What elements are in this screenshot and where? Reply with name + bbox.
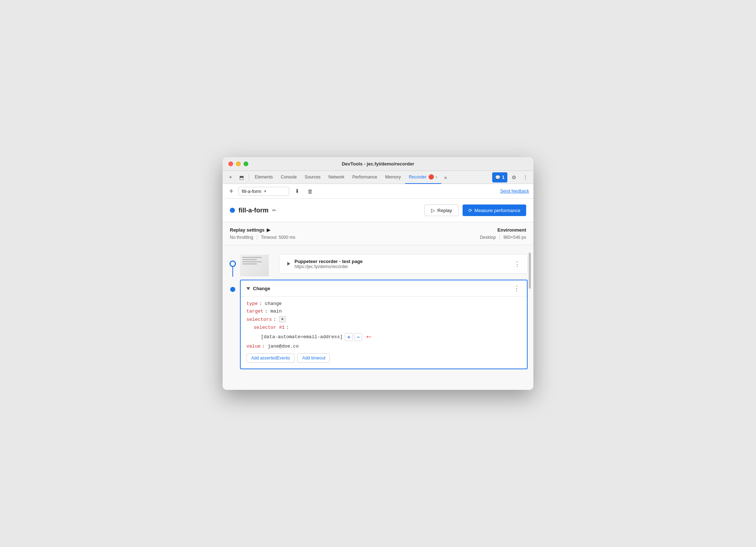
window-title: DevTools - jec.fyi/demo/recorder xyxy=(342,161,414,167)
thumb-line-4 xyxy=(242,263,257,264)
code-selector1-line: selector #1 : xyxy=(254,325,521,330)
titlebar: DevTools - jec.fyi/demo/recorder xyxy=(223,157,533,171)
selectors-key: selectors xyxy=(246,317,272,322)
devtools-tabbar: ⌖ ⬒ Elements Console Sources Network Per… xyxy=(223,171,533,184)
replay-settings-section: Replay settings ▶ No throttling Timeout:… xyxy=(223,222,533,245)
edit-recording-name-icon[interactable]: ✏ xyxy=(272,207,276,213)
remove-selector-button[interactable]: − xyxy=(354,333,362,341)
scrollbar-thumb[interactable] xyxy=(529,253,531,289)
step1-info: Puppeteer recorder - test page https://j… xyxy=(295,259,363,269)
recording-title: fill-a-form xyxy=(239,207,269,214)
step2-action-buttons: Add assertedEvents Add timeout xyxy=(246,353,521,363)
recorder-close-btn[interactable]: × xyxy=(435,175,438,179)
tab-sources[interactable]: Sources xyxy=(301,171,324,184)
settings-details: No throttling Timeout: 5000 ms xyxy=(230,235,295,240)
step2-header[interactable]: Change ⋮ xyxy=(241,280,527,296)
recording-actions: ▷ Replay ⟳ Measure performance xyxy=(424,204,526,216)
chat-bubble-btn[interactable]: 💬 1 xyxy=(492,172,507,182)
cursor-selector-icon: ⌖ xyxy=(281,317,284,322)
step1-thumbnail-inner xyxy=(240,255,269,276)
more-vert-icon-2: ⋮ xyxy=(514,284,520,292)
tabs-overflow-btn[interactable]: » xyxy=(442,175,449,180)
expand-settings-icon[interactable]: ▶ xyxy=(267,227,270,233)
step1-title: Puppeteer recorder - test page xyxy=(295,259,363,264)
settings-left: Replay settings ▶ No throttling Timeout:… xyxy=(230,227,295,240)
step1-row: Puppeteer recorder - test page https://j… xyxy=(223,251,533,277)
step2-title: Change xyxy=(253,286,270,291)
settings-title: Replay settings ▶ xyxy=(230,227,295,233)
thumbnail-content xyxy=(240,255,269,268)
recorder-steps-area: Puppeteer recorder - test page https://j… xyxy=(223,245,533,390)
step2-code-body: type : change target : main selectors : … xyxy=(241,296,527,369)
tab-performance[interactable]: Performance xyxy=(349,171,381,184)
selector1-val: [data-automate=email-address] xyxy=(261,334,343,340)
recording-status-dot xyxy=(230,208,235,213)
tab-console[interactable]: Console xyxy=(277,171,300,184)
play-icon: ▷ xyxy=(431,207,435,213)
step1-circle xyxy=(229,260,236,267)
step2-collapse-icon xyxy=(246,285,250,292)
step1-expand-button[interactable] xyxy=(285,260,292,268)
tab-recorder[interactable]: Recorder 🔴 × xyxy=(405,171,441,184)
code-type-line: type : change xyxy=(246,301,521,306)
add-asserted-events-button[interactable]: Add assertedEvents xyxy=(246,353,295,363)
settings-btn[interactable]: ⚙ xyxy=(509,172,519,182)
add-selector-button[interactable]: + xyxy=(345,333,353,341)
tab-elements[interactable]: Elements xyxy=(251,171,276,184)
type-val: : change xyxy=(259,301,282,306)
chat-icon: 💬 xyxy=(495,175,501,180)
more-vert-icon: ⋮ xyxy=(514,260,520,268)
new-recording-button[interactable]: + xyxy=(227,187,236,195)
minimize-button[interactable] xyxy=(236,161,241,166)
replay-button[interactable]: ▷ Replay xyxy=(424,204,459,216)
chevron-down-triangle-icon xyxy=(246,287,250,290)
send-feedback-link[interactable]: Send feedback xyxy=(500,189,529,194)
more-options-btn[interactable]: ⋮ xyxy=(520,172,531,182)
delete-recording-button[interactable]: 🗑 xyxy=(305,186,315,196)
step1-thumbnail xyxy=(240,255,269,276)
code-selectors-line: selectors : ⌖ xyxy=(246,316,521,323)
add-timeout-button[interactable]: Add timeout xyxy=(297,353,330,363)
measure-icon: ⟳ xyxy=(468,208,472,213)
step2-card: Change ⋮ type : change target : main xyxy=(240,280,528,369)
gear-icon: ⚙ xyxy=(512,175,516,180)
step1-vline xyxy=(232,267,233,277)
tab-memory[interactable]: Memory xyxy=(382,171,404,184)
measure-performance-button[interactable]: ⟳ Measure performance xyxy=(463,204,526,216)
tab-divider-1 xyxy=(249,174,249,181)
thumb-line-3 xyxy=(242,261,262,262)
step2-timeline xyxy=(225,277,240,372)
traffic-lights xyxy=(228,161,248,166)
download-recording-button[interactable]: ⬇ xyxy=(292,186,302,196)
devtools-window: DevTools - jec.fyi/demo/recorder ⌖ ⬒ Ele… xyxy=(223,157,533,390)
thumb-line-1 xyxy=(242,257,262,258)
cursor-icon-btn[interactable]: ⌖ xyxy=(225,172,236,182)
target-key: target xyxy=(246,309,263,314)
recording-dropdown[interactable]: fill-a-form ▾ xyxy=(239,187,289,196)
settings-right: Environment Desktop 960×546 px xyxy=(480,227,526,240)
step1-more-button[interactable]: ⋮ xyxy=(513,260,521,268)
download-icon: ⬇ xyxy=(295,188,300,194)
recorder-icon: 🔴 xyxy=(428,174,434,180)
chevron-down-icon: ▾ xyxy=(264,189,266,194)
close-button[interactable] xyxy=(228,161,233,166)
red-arrow-indicator: ← xyxy=(366,332,371,341)
settings-divider xyxy=(257,235,257,240)
recording-header: fill-a-form ✏ ▷ Replay ⟳ Measure perform… xyxy=(223,199,533,222)
step1-url: https://jec.fyi/demo/recorder xyxy=(295,264,363,269)
step1-card: Puppeteer recorder - test page https://j… xyxy=(279,254,528,274)
value-val: : jane@doe.co xyxy=(262,344,298,349)
target-val: : main xyxy=(265,309,282,314)
tab-network[interactable]: Network xyxy=(325,171,348,184)
maximize-button[interactable] xyxy=(244,161,248,166)
scrollbar-track[interactable] xyxy=(528,253,531,383)
dock-icon: ⬒ xyxy=(239,175,244,180)
step2-circle xyxy=(230,287,235,292)
dock-icon-btn[interactable]: ⬒ xyxy=(236,172,246,182)
recorder-toolbar: + fill-a-form ▾ ⬇ 🗑 Send feedback xyxy=(223,184,533,199)
step2-row: Change ⋮ type : change target : main xyxy=(223,277,533,372)
type-key: type xyxy=(246,301,258,306)
selectors-icon-btn[interactable]: ⌖ xyxy=(279,316,286,323)
step2-more-button[interactable]: ⋮ xyxy=(512,284,521,293)
thumb-line-2 xyxy=(242,259,257,260)
